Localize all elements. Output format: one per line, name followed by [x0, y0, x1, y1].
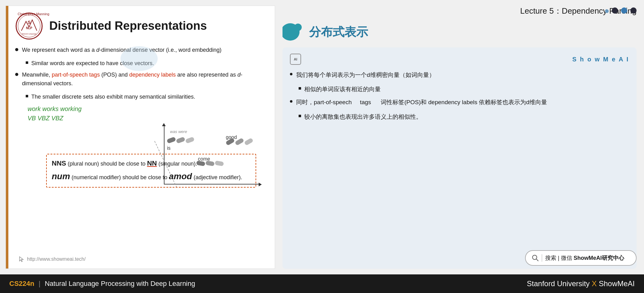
svg-line-9	[536, 259, 538, 261]
pill-group-is	[167, 138, 194, 142]
cb-dot-2	[290, 100, 292, 103]
professor-name: Christopher Manning	[18, 12, 49, 16]
lecture-title: Lecture 5：Dependency Parsing	[283, 6, 637, 16]
cb-bullet-1: 我们将每个单词表示为一个d维稠密向量（如词向量）	[290, 70, 629, 80]
ai-icon: AI	[290, 54, 301, 65]
stanford-logo: S NLP Natural Language	[15, 12, 43, 40]
bullet-2: Meanwhile, part-of-speech tags (POS) and…	[15, 70, 265, 88]
cb-text-1: 我们将每个单词表示为一个d维稠密向量（如词向量）	[296, 70, 435, 80]
cb-dot-1	[290, 73, 292, 75]
bullet-2-sub: The smaller discrete sets also exhibit m…	[26, 92, 265, 101]
footer: CS224n | Natural Language Processing wit…	[0, 274, 644, 293]
search-separator	[542, 254, 542, 262]
cb-sq-2	[299, 115, 301, 117]
cb-sub-text-2: 较小的离散集也表现出许多语义上的相似性。	[304, 112, 422, 122]
cb-sq-1	[299, 87, 301, 90]
bullet-2-sub-text: The smaller discrete sets also exhibit m…	[31, 92, 195, 101]
cb-sub-text-1: 相似的单词应该有相近的向量	[304, 84, 381, 95]
nav-dot-active[interactable]	[621, 7, 627, 14]
cb-bullet-2: 同时，part-of-speech tags 词性标签(POS)和 depend…	[290, 97, 629, 108]
dashed-box: NNS (plural noun) should be close to NN …	[46, 154, 256, 188]
footer-left: CS224n | Natural Language Processing wit…	[9, 280, 195, 288]
handwriting-line2: VB VBZ VBZ	[28, 113, 64, 123]
cb-sub-2: 较小的离散集也表现出许多语义上的相似性。	[299, 112, 629, 122]
svg-point-0	[16, 13, 42, 39]
nav-dot-dark[interactable]	[612, 7, 618, 14]
bullet-2-text: Meanwhile, part-of-speech tags (POS) and…	[22, 70, 265, 88]
content-box: AI S h o w M e A I 我们将每个单词表示为一个d维稠密向量（如词…	[283, 47, 637, 269]
right-panel: Lecture 5：Dependency Parsing 分布式表示 AI	[275, 0, 644, 274]
bullet-1-sub: Similar words are expected to have close…	[26, 59, 265, 68]
footer-description: Natural Language Processing with Deep Le…	[45, 280, 195, 288]
search-icon	[532, 255, 539, 261]
pill-group-good	[226, 140, 253, 144]
cursor-icon	[18, 256, 24, 262]
url-line: http://www.showmeai.tech/	[18, 256, 85, 262]
slide-title: Distributed Representations	[49, 19, 207, 33]
footer-separator: |	[39, 280, 41, 288]
slide-body: We represent each word as a d-dimensiona…	[15, 46, 265, 188]
slide-panel: Christopher Manning S NLP Natural Langua…	[6, 6, 275, 269]
slide-header: S NLP Natural Language Distributed Repre…	[15, 12, 265, 40]
svg-text:Natural Language: Natural Language	[22, 33, 37, 35]
bullet-1: We represent each word as a d-dimensiona…	[15, 46, 265, 55]
footer-right: Stanford University X ShowMeAI	[527, 279, 635, 288]
showmeai-badge: AI S h o w M e A I	[290, 54, 629, 65]
dashed-box-line1: NNS (plural noun) should be close to NN …	[52, 158, 251, 169]
showmeai-text: S h o w M e A I	[572, 56, 629, 63]
axis-arrow-up	[162, 123, 166, 126]
section-title-zh: 分布式表示	[309, 24, 368, 40]
footer-brand: ShowMeAI	[599, 279, 635, 288]
handwriting-area: work works working VB VBZ VBZ	[28, 104, 265, 122]
teal-shape-svg	[283, 23, 304, 41]
section-header: 分布式表示	[283, 23, 637, 41]
search-label: 搜索 | 微信 ShowMeAI研究中心	[545, 254, 624, 262]
nav-dot-small[interactable]	[605, 9, 609, 13]
nav-dot-dark2[interactable]	[630, 7, 637, 14]
svg-point-7	[294, 24, 302, 31]
content-bullets: 我们将每个单词表示为一个d维稠密向量（如词向量） 相似的单词应该有相近的向量 同…	[290, 70, 629, 122]
bullet-square-2	[26, 95, 28, 97]
teal-shape-container	[283, 23, 304, 41]
dashed-box-line2: num (numerical modifier) should be close…	[52, 169, 251, 184]
footer-university: Stanford University	[527, 279, 590, 288]
cb-text-2: 同时，part-of-speech tags 词性标签(POS)和 depend…	[296, 97, 547, 108]
svg-point-8	[532, 255, 537, 260]
word-is: is	[167, 144, 171, 152]
footer-x: X	[592, 279, 599, 288]
footer-course-code: CS224n	[9, 280, 34, 288]
cb-sub-1: 相似的单词应该有相近的向量	[299, 84, 629, 95]
nav-dots[interactable]	[605, 7, 637, 14]
bullet-1-text: We represent each word as a d-dimensiona…	[22, 46, 221, 55]
wasl-label-1: was were	[170, 129, 187, 135]
bullet-1-sub-text: Similar words are expected to have close…	[31, 59, 154, 68]
bullet-dot-2	[15, 73, 18, 76]
search-box[interactable]: 搜索 | 微信 ShowMeAI研究中心	[525, 250, 637, 266]
bullet-dot-1	[15, 48, 18, 51]
bullet-square-1	[26, 61, 28, 64]
axis-arrow-right	[259, 183, 262, 186]
diagram-area: was were is come	[15, 126, 265, 188]
url-text: http://www.showmeai.tech/	[27, 256, 85, 262]
handwriting-line1: work works working	[28, 104, 81, 114]
